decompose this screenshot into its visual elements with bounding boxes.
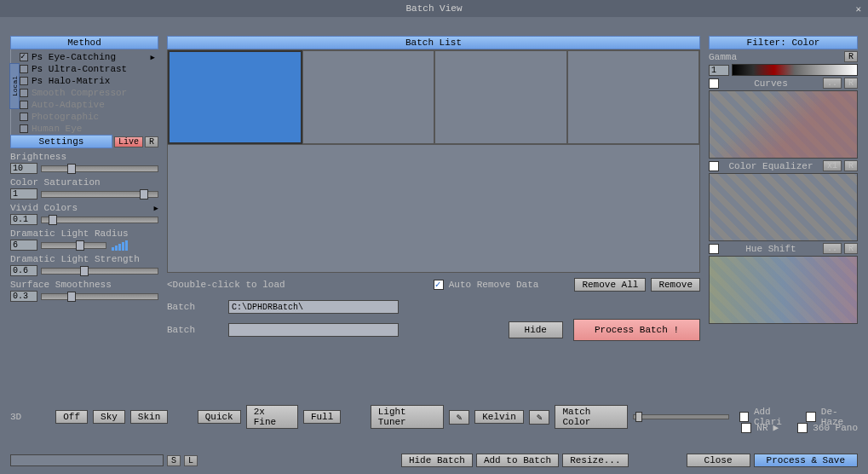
coloreq-x1[interactable]: x1 (823, 160, 842, 171)
off-button[interactable]: Off (55, 410, 88, 424)
brightness-slider[interactable] (41, 165, 158, 172)
batch-path-input[interactable] (228, 300, 399, 314)
batch-path-label-2: Batch (167, 325, 218, 335)
hue-preview[interactable] (709, 256, 858, 324)
kelvin-button[interactable]: Kelvin (474, 410, 524, 424)
chevron-right-icon: ▶ (151, 53, 155, 62)
dramatic-radius-label: Dramatic Light Radius (10, 228, 158, 239)
kelvin-picker[interactable]: ✎ (529, 410, 550, 425)
process-save-button[interactable]: Process & Save (754, 454, 858, 467)
method-header: Method (10, 36, 158, 49)
checkbox-icon[interactable] (20, 65, 28, 73)
window-title: Batch View (405, 3, 462, 14)
gamma-gradient[interactable] (732, 64, 858, 76)
process-batch-button[interactable]: Process Batch ! (573, 319, 700, 341)
hue-reset[interactable]: R (844, 243, 858, 254)
remove-all-button[interactable]: Remove All (574, 278, 646, 292)
l-button[interactable]: L (184, 455, 198, 466)
dramatic-strength-value[interactable]: 0.6 (10, 265, 37, 276)
3d-label: 3D (10, 412, 21, 422)
batch-path-input-2[interactable] (228, 323, 399, 337)
coloreq-preview[interactable] (709, 173, 858, 241)
resize-button[interactable]: Resize... (562, 454, 628, 467)
gamma-value[interactable]: 1 (709, 65, 729, 76)
match-color-slider[interactable] (633, 414, 728, 419)
dramatic-radius-slider[interactable] (41, 242, 106, 249)
nr-label: NR (756, 423, 767, 433)
radius-bars-icon (112, 240, 128, 251)
match-color-button[interactable]: Match Color (555, 405, 628, 429)
method-smooth-compressor: Smooth Compressor (11, 87, 158, 99)
nr-arrow-icon[interactable]: ▶ (773, 422, 779, 433)
light-tuner-button[interactable]: Light Tuner (371, 405, 444, 429)
brightness-value[interactable]: 10 (10, 163, 37, 174)
method-ultra-contrast[interactable]: Ps Ultra-Contrast (11, 63, 158, 75)
progress-bar (10, 454, 164, 466)
saturation-slider[interactable] (41, 191, 158, 198)
hue-checkbox[interactable] (709, 244, 719, 254)
checkbox-icon (20, 113, 28, 121)
curves-more[interactable]: .. (823, 78, 842, 89)
hide-batch-button[interactable]: Hide Batch (401, 454, 473, 467)
brightness-label: Brightness (10, 152, 158, 162)
hue-more[interactable]: .. (823, 243, 842, 254)
chevron-right-icon[interactable]: ▶ (154, 204, 158, 213)
batch-thumb-1[interactable] (168, 50, 302, 144)
sky-button[interactable]: Sky (93, 410, 125, 424)
curves-checkbox[interactable] (709, 78, 719, 89)
checkbox-icon[interactable] (20, 53, 28, 61)
gamma-reset[interactable]: R (844, 51, 858, 62)
saturation-value[interactable]: 1 (10, 188, 37, 199)
local-tab[interactable]: Local (9, 63, 20, 109)
pano-label: 360 Pano (813, 423, 858, 433)
batch-list-header: Batch List (167, 36, 700, 49)
vivid-value[interactable]: 0.1 (10, 214, 37, 225)
method-eye-catching[interactable]: Ps Eye-Catching▶ (11, 51, 158, 63)
nr-checkbox[interactable] (741, 423, 751, 433)
reset-button[interactable]: R (145, 136, 158, 147)
vivid-label: Vivid Colors▶ (10, 203, 158, 213)
close-icon[interactable]: ✕ (855, 3, 861, 14)
settings-header: Settings (10, 135, 112, 148)
2xfine-button[interactable]: 2x Fine (246, 405, 298, 429)
batch-path-label: Batch (167, 302, 218, 312)
coloreq-reset[interactable]: R (844, 160, 858, 171)
vivid-slider[interactable] (41, 217, 158, 223)
curves-preview[interactable] (709, 90, 858, 159)
load-hint: <Double-click to load (167, 280, 285, 290)
batch-empty-area[interactable] (167, 145, 700, 273)
auto-remove-checkbox[interactable] (434, 280, 444, 290)
dramatic-radius-value[interactable]: 6 (10, 240, 37, 251)
dramatic-strength-slider[interactable] (41, 268, 158, 275)
checkbox-icon (20, 89, 28, 97)
gamma-label: Gamma (709, 52, 737, 62)
remove-button[interactable]: Remove (651, 278, 700, 292)
curves-label: Curves (721, 78, 820, 89)
full-button[interactable]: Full (303, 410, 341, 424)
pano-checkbox[interactable] (797, 423, 808, 433)
hue-label: Hue Shift (721, 244, 820, 254)
batch-thumb-4[interactable] (567, 50, 700, 144)
skin-button[interactable]: Skin (130, 410, 168, 424)
addclari-checkbox[interactable] (739, 412, 749, 422)
hide-button[interactable]: Hide (509, 321, 563, 338)
curves-reset[interactable]: R (844, 78, 858, 89)
batch-thumb-2[interactable] (302, 50, 435, 144)
add-to-batch-button[interactable]: Add to Batch (476, 454, 559, 467)
method-human-eye: Human Eye (11, 123, 158, 135)
smoothness-slider[interactable] (41, 293, 158, 300)
quick-button[interactable]: Quick (198, 410, 241, 424)
live-button[interactable]: Live (114, 136, 143, 147)
smoothness-label: Surface Smoothness (10, 280, 158, 290)
close-button[interactable]: Close (687, 454, 750, 467)
method-halo-matrix[interactable]: Ps Halo-Matrix (11, 75, 158, 87)
checkbox-icon[interactable] (20, 77, 28, 85)
light-tuner-picker[interactable]: ✎ (449, 410, 470, 425)
coloreq-checkbox[interactable] (709, 161, 719, 171)
batch-thumb-3[interactable] (434, 50, 567, 144)
dehaze-checkbox[interactable] (806, 412, 815, 422)
filter-header: Filter: Color (709, 36, 858, 49)
smoothness-value[interactable]: 0.3 (10, 291, 37, 302)
saturation-label: Color Saturation (10, 177, 158, 188)
s-button[interactable]: S (167, 455, 181, 466)
